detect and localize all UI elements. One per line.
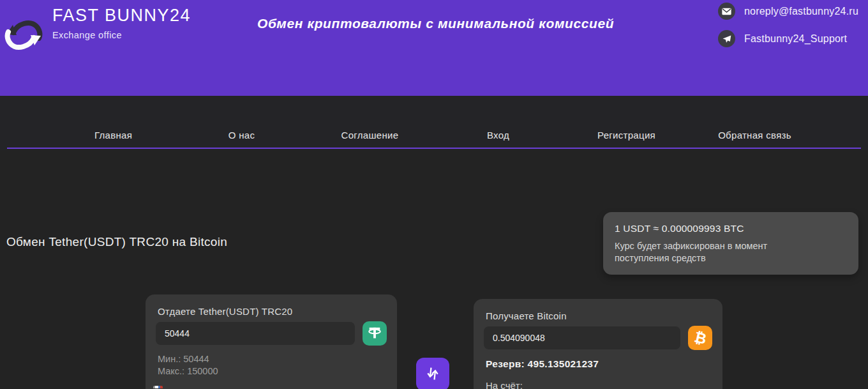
give-card: Отдаете Tether(USDT) TRC20 Мин.: 50444 М… bbox=[146, 294, 397, 389]
nav-item-login[interactable]: Вход bbox=[434, 130, 562, 141]
swap-vertical-icon bbox=[424, 365, 441, 384]
page-title: Обмен Tether(USDT) TRC20 на Bitcoin bbox=[6, 235, 227, 249]
telegram-icon bbox=[718, 30, 735, 47]
exchange-section: Обмен Tether(USDT) TRC20 на Bitcoin 1 US… bbox=[0, 150, 868, 389]
swap-direction-button[interactable] bbox=[416, 358, 449, 389]
rate-info-box: 1 USDT ≈ 0.000009993 BTC Курс будет зафи… bbox=[603, 212, 858, 275]
receive-card: Получаете Bitcoin ₿ Резерв: 495.13502123… bbox=[474, 299, 722, 389]
exchange-arrows-icon bbox=[4, 17, 43, 54]
clipped-element bbox=[153, 386, 163, 388]
nav-item-register[interactable]: Регистрация bbox=[562, 130, 691, 141]
give-max: Макс.: 150000 bbox=[158, 365, 387, 378]
contact-email[interactable]: noreply@fastbunny24.ru bbox=[718, 3, 858, 20]
main-nav: Главная О нас Соглашение Вход Регистраци… bbox=[0, 96, 868, 150]
nav-items: Главная О нас Соглашение Вход Регистраци… bbox=[49, 130, 819, 141]
account-label: На счёт: bbox=[486, 380, 712, 389]
nav-item-home[interactable]: Главная bbox=[49, 130, 177, 141]
nav-item-feedback[interactable]: Обратная связь bbox=[691, 130, 819, 141]
site-header: FAST BUNNY24 Exchange office Обмен крипт… bbox=[0, 0, 868, 96]
give-min: Мин.: 50444 bbox=[158, 353, 387, 365]
tether-icon bbox=[363, 321, 387, 346]
give-label: Отдаете Tether(USDT) TRC20 bbox=[158, 306, 387, 317]
brand-subtitle: Exchange office bbox=[52, 30, 191, 40]
give-amount-input[interactable] bbox=[156, 322, 355, 345]
nav-underline: Главная О нас Соглашение Вход Регистраци… bbox=[7, 96, 861, 149]
brand-block[interactable]: FAST BUNNY24 Exchange office bbox=[52, 6, 191, 40]
bitcoin-icon: ₿ bbox=[688, 326, 712, 350]
site-tagline: Обмен криптовалюты с минимальной комисси… bbox=[257, 16, 614, 31]
receive-label: Получаете Bitcoin bbox=[486, 310, 712, 321]
contact-email-text: noreply@fastbunny24.ru bbox=[744, 6, 858, 17]
rate-note: Курс будет зафиксирован в момент поступл… bbox=[615, 240, 806, 264]
contact-telegram-text: Fastbunny24_Support bbox=[744, 33, 847, 45]
reserve-value: Резерв: 495.135021237 bbox=[486, 358, 712, 370]
email-icon bbox=[718, 3, 735, 20]
receive-input-row: ₿ bbox=[484, 326, 712, 350]
brand-title: FAST BUNNY24 bbox=[52, 6, 191, 26]
nav-item-about[interactable]: О нас bbox=[177, 130, 306, 141]
nav-item-agreement[interactable]: Соглашение bbox=[306, 130, 434, 141]
rate-value: 1 USDT ≈ 0.000009993 BTC bbox=[615, 223, 847, 234]
receive-amount-input[interactable] bbox=[484, 326, 680, 349]
header-contacts: noreply@fastbunny24.ru Fastbunny24_Suppo… bbox=[718, 3, 858, 47]
contact-telegram[interactable]: Fastbunny24_Support bbox=[718, 30, 858, 47]
give-input-row bbox=[156, 321, 387, 346]
